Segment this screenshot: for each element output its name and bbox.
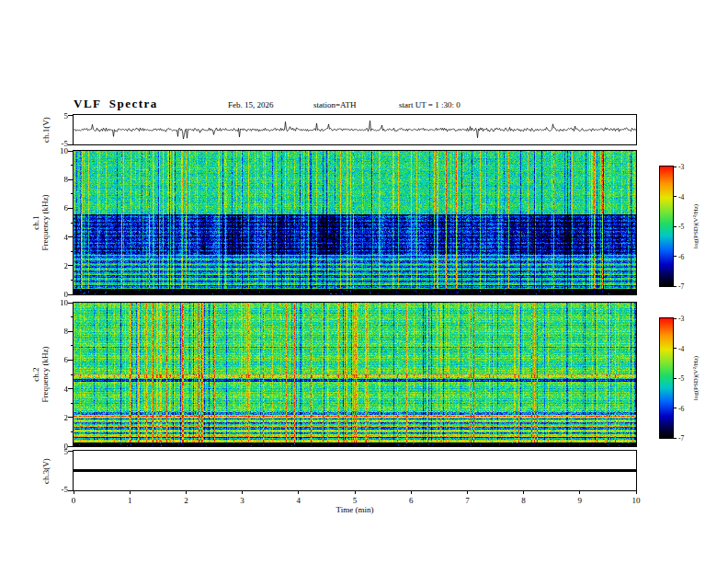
x-tick-mark bbox=[523, 490, 524, 494]
colorbar-tick-label: -7 bbox=[678, 434, 693, 442]
y-tick-mark bbox=[68, 388, 74, 389]
ch1-wave-ylabel: ch.1(V) bbox=[41, 117, 51, 143]
y-tick-mark bbox=[68, 360, 74, 361]
ch1-waveform-canvas bbox=[74, 115, 636, 144]
y-tick-mark bbox=[68, 151, 74, 152]
colorbar-tick-mark bbox=[673, 226, 677, 227]
y-minor-tick-mark bbox=[71, 251, 74, 252]
x-tick-mark bbox=[130, 490, 131, 494]
y-tick-mark bbox=[68, 303, 74, 304]
y-minor-tick-mark bbox=[71, 280, 74, 281]
colorbar-tick-label: -5 bbox=[678, 223, 693, 231]
ch2-spec-ylabel: ch.2 Frequency (kHz) bbox=[31, 346, 50, 402]
colorbar-tick-label: -3 bbox=[678, 163, 693, 171]
ch1-waveform-panel bbox=[73, 114, 637, 145]
ch1-spectrogram-canvas bbox=[74, 151, 636, 294]
x-tick-label: 1 bbox=[120, 496, 139, 505]
colorbar-ch2-canvas bbox=[660, 318, 673, 438]
colorbar-tick-mark bbox=[673, 167, 677, 167]
y-minor-tick-mark bbox=[71, 223, 74, 224]
y-minor-tick-mark bbox=[71, 316, 74, 317]
colorbar-tick-label: -4 bbox=[678, 193, 693, 201]
y-tick-label: 6 bbox=[51, 355, 68, 364]
y-tick-label: 8 bbox=[51, 175, 68, 184]
x-tick-mark bbox=[242, 490, 243, 494]
y-tick-mark bbox=[68, 236, 74, 237]
x-tick-mark bbox=[579, 490, 580, 494]
x-tick-label: 10 bbox=[627, 496, 645, 505]
colorbar-tick-label: -6 bbox=[678, 405, 693, 413]
y-minor-tick-mark bbox=[71, 193, 74, 194]
x-tick-label: 4 bbox=[290, 496, 308, 505]
y-tick-mark bbox=[68, 265, 74, 266]
x-tick-mark bbox=[636, 490, 637, 494]
y-tick-label: 6 bbox=[51, 203, 68, 213]
y-tick-mark bbox=[68, 417, 74, 418]
colorbar-tick-mark bbox=[673, 196, 677, 197]
y-tick-mark bbox=[68, 179, 74, 180]
ylabel-line: ch.1 bbox=[31, 194, 40, 250]
ch1-spec-ylabel: ch.1 Frequency (kHz) bbox=[31, 194, 50, 250]
y-minor-tick-mark bbox=[71, 431, 74, 432]
x-tick-label: 5 bbox=[346, 496, 364, 505]
ch3-waveform-panel bbox=[73, 450, 637, 491]
y-tick-mark bbox=[68, 115, 74, 116]
x-tick-label: 0 bbox=[64, 496, 83, 505]
x-tick-mark bbox=[74, 490, 74, 494]
y-tick-mark bbox=[68, 446, 74, 447]
colorbar-ch1-canvas bbox=[660, 167, 673, 286]
ch3-waveform-canvas bbox=[74, 451, 636, 490]
header-station: station=ATH bbox=[313, 100, 357, 109]
y-tick-label: -5 bbox=[51, 485, 68, 494]
ch2-spectrogram-panel bbox=[73, 302, 637, 447]
colorbar-tick-label: -7 bbox=[678, 282, 693, 291]
y-minor-tick-mark bbox=[71, 403, 74, 404]
colorbar-tick-mark bbox=[673, 318, 677, 319]
colorbar-tick-mark bbox=[673, 286, 677, 287]
colorbar-tick-label: -6 bbox=[678, 253, 693, 261]
x-axis-label: Time (min) bbox=[318, 505, 392, 514]
vlf-spectra-figure: VLF Spectra Feb. 15, 2026 station=ATH st… bbox=[0, 0, 728, 563]
colorbar-tick-mark bbox=[673, 256, 677, 257]
figure-title: VLF Spectra bbox=[74, 97, 158, 111]
header-date: Feb. 15, 2026 bbox=[228, 100, 274, 109]
y-minor-tick-mark bbox=[71, 374, 74, 375]
y-tick-mark bbox=[68, 331, 74, 332]
y-tick-label: 5 bbox=[51, 447, 68, 456]
ch3-wave-ylabel: ch.3(V) bbox=[41, 458, 51, 484]
x-tick-mark bbox=[467, 490, 468, 494]
colorbar-ch2 bbox=[659, 317, 674, 439]
ylabel-line: ch.2 bbox=[31, 346, 40, 402]
colorbar-tick-mark bbox=[673, 438, 677, 439]
y-tick-mark bbox=[68, 144, 74, 145]
y-tick-mark bbox=[68, 294, 74, 295]
y-tick-label: 5 bbox=[51, 111, 68, 121]
colorbar-tick-mark bbox=[673, 348, 677, 349]
y-tick-label: 8 bbox=[51, 327, 68, 336]
y-tick-label: 4 bbox=[51, 385, 68, 394]
y-minor-tick-mark bbox=[71, 345, 74, 346]
ylabel-line: Frequency (kHz) bbox=[40, 346, 50, 402]
colorbar-tick-mark bbox=[673, 378, 677, 379]
y-tick-mark bbox=[68, 208, 74, 209]
ylabel-line: Frequency (kHz) bbox=[40, 194, 50, 250]
x-tick-label: 2 bbox=[176, 496, 195, 505]
x-tick-label: 3 bbox=[233, 496, 252, 505]
x-tick-label: 6 bbox=[402, 496, 420, 505]
y-tick-label: 4 bbox=[51, 233, 68, 242]
y-tick-label: 2 bbox=[51, 413, 68, 422]
y-minor-tick-mark bbox=[71, 165, 74, 166]
ch1-spectrogram-panel bbox=[73, 150, 637, 295]
x-tick-mark bbox=[298, 490, 299, 494]
x-tick-label: 8 bbox=[515, 496, 533, 505]
colorbar-tick-label: -3 bbox=[678, 315, 693, 323]
x-tick-label: 9 bbox=[571, 496, 589, 505]
colorbar-tick-label: -5 bbox=[678, 374, 693, 383]
y-tick-label: -5 bbox=[51, 139, 68, 148]
x-tick-mark bbox=[355, 490, 356, 494]
x-tick-label: 7 bbox=[458, 496, 476, 505]
ch2-spectrogram-canvas bbox=[74, 303, 636, 446]
y-tick-mark bbox=[68, 451, 74, 452]
x-tick-mark bbox=[186, 490, 187, 494]
x-tick-mark bbox=[411, 490, 412, 494]
